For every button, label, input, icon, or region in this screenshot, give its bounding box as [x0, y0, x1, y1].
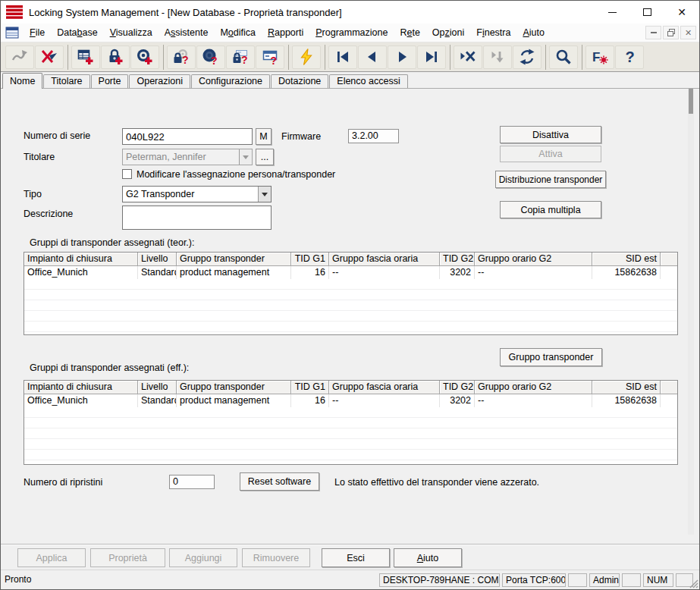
new-locking-system-button[interactable]	[71, 46, 100, 69]
titlebar: Locking System Management - [New Databas…	[1, 1, 699, 24]
col-fascia-oraria[interactable]: Gruppo fascia oraria	[329, 381, 440, 394]
menu-assistente[interactable]: Assistente	[159, 25, 215, 41]
col-gruppo-transponder[interactable]: Gruppo transponder	[177, 253, 291, 266]
tab-operazioni[interactable]: Operazioni	[129, 74, 190, 88]
col-sid-est[interactable]: SID est	[592, 253, 661, 266]
program-button[interactable]	[292, 46, 321, 69]
cell: Standard	[138, 394, 177, 407]
col-gruppo-orario-g2[interactable]: Gruppo orario G2	[475, 381, 592, 394]
exit-button[interactable]: Esci	[322, 548, 390, 567]
previous-record-button[interactable]	[358, 46, 387, 69]
serial-input[interactable]	[122, 128, 253, 145]
col-tid-g1[interactable]: TID G1	[291, 381, 329, 394]
toolbar-separator	[545, 45, 546, 70]
m-button[interactable]: M	[256, 128, 272, 145]
minimize-button[interactable]	[595, 1, 629, 24]
owner-label: Titolare	[24, 152, 55, 162]
read-network-icon: ?	[261, 48, 279, 66]
col-tid-g2[interactable]: TID G2	[440, 253, 475, 266]
cancel-record-button[interactable]	[454, 46, 482, 69]
table-row[interactable]: Office_Munich Standard product managemen…	[24, 394, 677, 407]
col-livello[interactable]: Livello	[138, 253, 177, 266]
scrollbar-thumb[interactable]	[689, 89, 693, 114]
new-transponder-button[interactable]	[130, 46, 159, 69]
table-row[interactable]: Office_Munich Standard product managemen…	[24, 266, 677, 279]
status-tcp-port: Porta TCP:6001	[502, 573, 566, 587]
menu-opzioni[interactable]: Opzioni	[426, 25, 470, 41]
menu-database[interactable]: Database	[51, 25, 104, 41]
read-transponder-button[interactable]: ?	[196, 46, 225, 69]
cell	[661, 266, 677, 279]
menu-programmazione[interactable]: Programmazione	[309, 25, 394, 41]
description-input[interactable]	[122, 206, 272, 230]
type-label: Tipo	[24, 189, 42, 199]
search-button[interactable]	[549, 46, 578, 69]
cell: --	[329, 266, 440, 279]
theoretical-groups-table: Impianto di chiusura Livello Gruppo tran…	[24, 252, 678, 335]
tab-porte[interactable]: Porte	[91, 74, 129, 88]
filter-button[interactable]: F	[585, 46, 614, 69]
cell	[661, 394, 677, 407]
tab-nome[interactable]: Nome	[2, 73, 42, 89]
status-empty-2	[622, 573, 641, 587]
close-button[interactable]: ✕	[664, 1, 699, 24]
maximize-button[interactable]	[629, 1, 664, 24]
last-record-button[interactable]	[417, 46, 446, 69]
vertical-scrollbar[interactable]	[688, 89, 694, 535]
menu-file[interactable]: File	[24, 25, 51, 41]
mdi-restore-button[interactable]	[663, 26, 679, 39]
menu-rete[interactable]: Rete	[394, 25, 425, 41]
menu-visualizza[interactable]: Visualizza	[104, 25, 159, 41]
window-title: Locking System Management - [New Databas…	[29, 7, 342, 18]
transponder-group-button[interactable]: Gruppo transponder	[500, 348, 602, 366]
mdi-minimize-button[interactable]	[645, 26, 661, 39]
col-gruppo-orario-g2[interactable]: Gruppo orario G2	[475, 253, 592, 266]
read-network-button[interactable]: ?	[256, 46, 284, 69]
table-header: Impianto di chiusura Livello Gruppo tran…	[24, 253, 677, 266]
read-g2-lock-button[interactable]: ?	[226, 46, 255, 69]
menu-rapporti[interactable]: Rapporti	[262, 25, 309, 41]
col-tid-g1[interactable]: TID G1	[291, 253, 329, 266]
deactivate-button[interactable]: Disattiva	[500, 126, 601, 143]
menu-modifica[interactable]: Modifica	[214, 25, 262, 41]
browse-owner-button[interactable]: ...	[256, 149, 274, 165]
menu-aiuto[interactable]: Aiuto	[516, 25, 551, 41]
col-livello[interactable]: Livello	[138, 381, 177, 394]
multi-copy-button[interactable]: Copia multipla	[500, 201, 601, 218]
previous-record-icon	[363, 48, 381, 66]
help-button[interactable]: ?	[615, 46, 644, 69]
tab-elenco-accessi[interactable]: Elenco accessi	[329, 74, 407, 88]
tab-titolare[interactable]: Titolare	[43, 74, 89, 88]
new-locking-system-icon	[77, 48, 95, 66]
disconnect-button[interactable]	[35, 46, 64, 69]
mdi-close-icon: ✕	[685, 28, 692, 38]
toolbar-separator	[288, 45, 289, 70]
col-impianto[interactable]: Impianto di chiusura	[24, 253, 138, 266]
reset-software-button[interactable]: Reset software	[240, 472, 319, 491]
type-select[interactable]: G2 Transponder	[122, 186, 272, 202]
tab-configurazione[interactable]: Configurazione	[191, 74, 270, 88]
toolbar-separator	[325, 45, 325, 70]
read-lock-button[interactable]: ?	[167, 46, 196, 69]
help-footer-button[interactable]: Aiuto	[394, 548, 462, 567]
cell: Standard	[138, 266, 177, 279]
next-record-button[interactable]	[388, 46, 416, 69]
change-assignment-checkbox[interactable]	[122, 169, 132, 179]
col-fascia-oraria[interactable]: Gruppo fascia oraria	[329, 253, 440, 266]
distribute-transponder-button[interactable]: Distribuzione transponder	[495, 171, 606, 188]
col-impianto[interactable]: Impianto di chiusura	[24, 381, 138, 394]
refresh-button[interactable]	[513, 46, 541, 69]
col-filler	[661, 253, 677, 266]
tab-dotazione[interactable]: Dotazione	[271, 74, 328, 88]
mdi-close-button[interactable]: ✕	[680, 26, 696, 39]
first-record-button[interactable]	[328, 46, 357, 69]
resize-grip-icon[interactable]	[688, 578, 698, 588]
filter-icon: F	[591, 48, 609, 66]
cell: 16	[291, 266, 329, 279]
new-lock-button[interactable]	[101, 46, 130, 69]
menu-finestra[interactable]: Finestra	[470, 25, 516, 41]
col-tid-g2[interactable]: TID G2	[440, 381, 475, 394]
col-sid-est[interactable]: SID est	[592, 381, 661, 394]
col-gruppo-transponder[interactable]: Gruppo transponder	[177, 381, 291, 394]
tabstrip: Nome Titolare Porte Operazioni Configura…	[1, 72, 699, 89]
